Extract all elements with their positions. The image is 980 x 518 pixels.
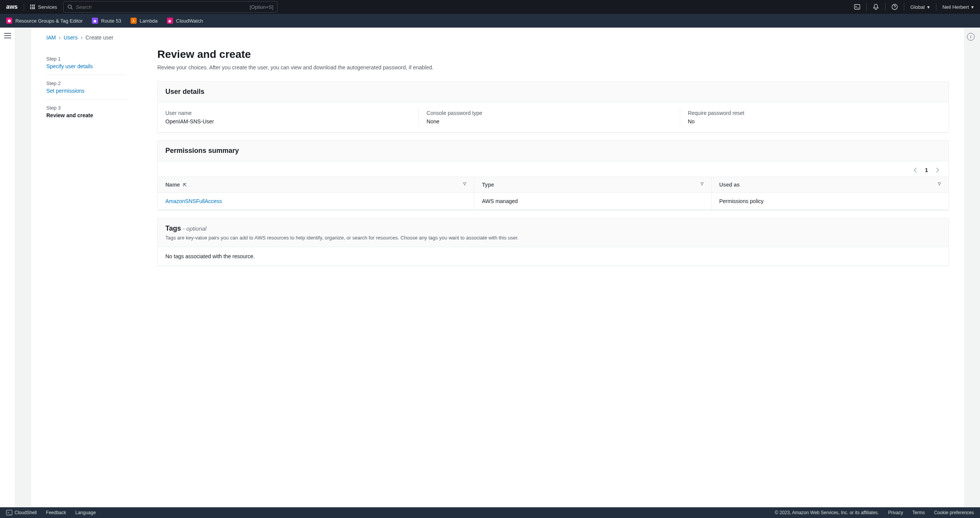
- wizard-step-2[interactable]: Step 2 Set permissions: [46, 75, 127, 100]
- chevron-down-icon: ▾: [971, 4, 974, 10]
- permissions-table: Name ⇱ ▽ Type ▽ Used as: [158, 177, 949, 210]
- divider: [866, 3, 867, 11]
- sidenav-collapsed: [0, 28, 15, 507]
- chevron-down-icon: ▾: [927, 4, 930, 10]
- wizard-step-1[interactable]: Step 1 Specify user details: [46, 51, 127, 75]
- chevron-right-icon: ›: [59, 34, 61, 41]
- expand-sidenav-button[interactable]: [4, 33, 11, 38]
- services-menu-button[interactable]: Services: [30, 4, 57, 10]
- wizard-step-3: Step 3 Review and create: [46, 100, 127, 124]
- tags-description: Tags are key-value pairs you can add to …: [165, 235, 941, 241]
- notifications-icon[interactable]: [873, 4, 879, 10]
- service-icon: λ: [131, 18, 137, 24]
- cloudshell-icon[interactable]: [854, 4, 860, 10]
- tags-panel: Tags - optional Tags are key-value pairs…: [157, 218, 949, 266]
- policy-link[interactable]: AmazonSNSFullAccess: [165, 198, 222, 204]
- permissions-summary-panel: Permissions summary 1: [157, 140, 949, 210]
- service-icon: ◆: [92, 18, 98, 24]
- kv-username: User name OpenIAM-SNS-User: [165, 108, 418, 126]
- search-input[interactable]: [76, 4, 247, 10]
- favorite-cloudwatch[interactable]: ◉ CloudWatch: [167, 18, 203, 24]
- pager-current-page: 1: [923, 167, 930, 173]
- table-row: AmazonSNSFullAccess AWS managed Permissi…: [158, 193, 949, 210]
- divider: [885, 3, 885, 11]
- help-icon[interactable]: [892, 4, 898, 10]
- page-subtitle: Review your choices. After you create th…: [157, 64, 949, 70]
- tags-heading: Tags - optional: [165, 225, 206, 232]
- favorites-bar: ⬢ Resource Groups & Tag Editor ◆ Route 5…: [0, 14, 980, 28]
- page-title: Review and create: [157, 48, 949, 61]
- breadcrumb: IAM › Users › Create user: [31, 28, 964, 41]
- col-type[interactable]: Type ▽: [474, 177, 711, 193]
- permissions-heading: Permissions summary: [165, 147, 941, 155]
- col-name[interactable]: Name ⇱ ▽: [158, 177, 474, 193]
- favorite-route53[interactable]: ◆ Route 53: [92, 18, 121, 24]
- svg-rect-2: [854, 5, 860, 9]
- main-content: Review and create Review your choices. A…: [157, 48, 949, 274]
- wizard-steps: Step 1 Specify user details Step 2 Set p…: [46, 48, 127, 274]
- external-link-icon: ⇱: [183, 182, 187, 188]
- divider: [24, 3, 24, 11]
- svg-line-1: [71, 8, 73, 10]
- search-box[interactable]: [Option+S]: [63, 1, 278, 13]
- favorite-resource-groups[interactable]: ⬢ Resource Groups & Tag Editor: [6, 18, 83, 24]
- services-label: Services: [38, 4, 57, 10]
- chevron-right-icon: ›: [81, 34, 83, 41]
- user-details-heading: User details: [165, 88, 941, 96]
- sort-icon: ▽: [938, 182, 941, 186]
- tags-empty-text: No tags associated with the resource.: [165, 253, 255, 259]
- region-selector[interactable]: Global ▾: [910, 4, 930, 10]
- breadcrumb-current: Create user: [85, 34, 113, 41]
- service-icon: ⬢: [6, 18, 12, 24]
- breadcrumb-iam[interactable]: IAM: [46, 34, 56, 41]
- col-used-as[interactable]: Used as ▽: [711, 177, 949, 193]
- info-panel-toggle[interactable]: i: [967, 33, 975, 41]
- user-details-panel: User details User name OpenIAM-SNS-User …: [157, 81, 949, 133]
- breadcrumb-users[interactable]: Users: [64, 34, 78, 41]
- search-shortcut-hint: [Option+S]: [250, 4, 273, 10]
- aws-logo[interactable]: aws: [6, 3, 18, 10]
- kv-password-type: Console password type None: [418, 108, 679, 126]
- pager-next-button[interactable]: [934, 166, 941, 174]
- svg-point-0: [68, 5, 72, 8]
- sort-icon: ▽: [463, 182, 466, 186]
- kv-password-reset: Require password reset No: [680, 108, 941, 126]
- divider: [936, 3, 936, 11]
- pager-prev-button[interactable]: [912, 166, 919, 174]
- global-nav: aws Services [Option+S] Global ▾ Neil He: [0, 0, 980, 14]
- search-icon: [67, 4, 73, 10]
- divider: [904, 3, 904, 11]
- favorite-lambda[interactable]: λ Lambda: [131, 18, 158, 24]
- sort-icon: ▽: [701, 182, 704, 186]
- grid-icon: [30, 5, 35, 9]
- account-menu[interactable]: Neil Herbert ▾: [942, 4, 974, 10]
- service-icon: ◉: [167, 18, 173, 24]
